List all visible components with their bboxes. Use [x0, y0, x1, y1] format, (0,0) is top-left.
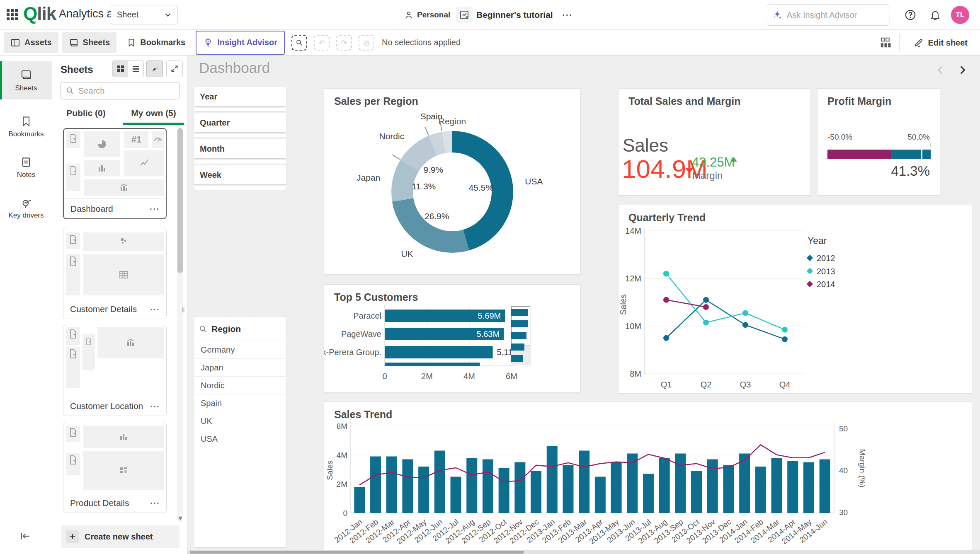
next-sheet-icon[interactable] [955, 63, 969, 77]
sales-trend-chart[interactable]: 02M4M6M304050SalesMargin (%)2012-Jan2012… [324, 402, 972, 551]
notifications-bell-icon[interactable] [929, 8, 942, 22]
margin-line[interactable] [359, 445, 825, 485]
create-new-sheet-button[interactable]: + Create new sheet [61, 525, 180, 548]
insight-advisor-button[interactable]: Insight Advisor [196, 31, 285, 55]
redo-selection-icon[interactable]: ↷ [336, 35, 352, 51]
bar-2014-Feb[interactable] [755, 467, 766, 513]
region-value-usa[interactable]: USA [194, 430, 286, 448]
grid-view-button[interactable] [113, 61, 128, 77]
total-sales-margin-kpi-card[interactable]: Total Sales and Margin Sales 104.9M 43.2… [618, 88, 811, 196]
bar-2012-Jun[interactable] [434, 451, 445, 513]
sheets-button[interactable]: Sheets [62, 32, 117, 53]
scroll-down-icon[interactable]: ▼ [178, 516, 183, 520]
data-point-2013[interactable] [663, 271, 669, 277]
bar-2013-Sep[interactable] [675, 454, 686, 513]
filter-year[interactable]: Year [194, 87, 286, 111]
bar-2012-Oct[interactable] [499, 468, 509, 513]
panel-resize-grip[interactable]: ‖ [182, 307, 185, 316]
top-5-customers-chart[interactable]: 02M4M6MParacel5.69MPageWave5.63MDeak-Per… [324, 285, 580, 392]
bar-2013-Jul[interactable] [643, 474, 654, 513]
bar-2012-Jan[interactable] [354, 487, 365, 513]
sheets-search-input[interactable]: Search [61, 82, 180, 99]
filter-week[interactable]: Week [194, 165, 286, 190]
data-point-2012[interactable] [663, 335, 669, 341]
bar-2014-May[interactable] [803, 462, 814, 513]
bar-partial[interactable] [385, 363, 480, 366]
data-point-2013[interactable] [782, 327, 788, 333]
data-point-2012[interactable] [742, 322, 748, 328]
region-value-nordic[interactable]: Nordic [194, 376, 286, 394]
sheet-selector-dropdown[interactable]: Sheet [111, 5, 178, 24]
filter-month[interactable]: Month [194, 139, 286, 164]
sheet-more-menu[interactable]: ⋯ [150, 497, 160, 509]
expand-panel-button[interactable] [166, 60, 183, 77]
bar-2013-Dec[interactable] [723, 465, 734, 513]
tab-public[interactable]: Public (0) [52, 101, 120, 125]
space-selector[interactable]: Personal [404, 0, 450, 30]
sheet-more-menu[interactable]: ⋯ [149, 203, 159, 215]
bar-2012-Dec[interactable] [531, 471, 541, 513]
horizontal-scrollbar-thumb[interactable] [190, 551, 524, 554]
bar-2013-Oct[interactable] [691, 471, 702, 513]
bar-2014-Apr[interactable] [787, 461, 798, 513]
rail-item-notes[interactable]: Notes [0, 148, 52, 186]
sheet-more-menu[interactable]: ⋯ [150, 303, 160, 315]
avatar[interactable]: TL [951, 6, 969, 24]
region-filter-header[interactable]: Region [194, 317, 286, 341]
profit-margin-gauge[interactable]: -50.0%50.0%41.3% [817, 89, 940, 195]
data-point-2012[interactable] [782, 336, 788, 342]
app-title-group[interactable]: Beginner's tutorial [456, 0, 553, 30]
data-point-2013[interactable] [703, 319, 709, 325]
sheet-card-customer-details[interactable]: Customer Details⋯ [63, 228, 167, 319]
panel-scrollbar-thumb[interactable] [177, 128, 183, 273]
app-launcher-icon[interactable] [7, 9, 18, 21]
bar-2013-Apr[interactable] [595, 477, 606, 513]
help-icon[interactable] [904, 8, 917, 22]
quarterly-trend-chart[interactable]: 8M10M12M14MQ1Q2Q3Q4SalesYear201220132014 [619, 205, 972, 393]
list-view-button[interactable] [128, 61, 143, 77]
region-value-japan[interactable]: Japan [194, 358, 286, 376]
bar-2012-Mar[interactable] [386, 457, 397, 513]
gauge-segment-1[interactable] [891, 150, 931, 159]
sheet-card-dashboard[interactable]: #1Dashboard⋯ [63, 128, 167, 219]
sheet-more-menu[interactable]: ⋯ [150, 400, 160, 412]
rail-item-bookmarks[interactable]: Bookmarks [0, 108, 52, 146]
bar-2014-Mar[interactable] [771, 458, 782, 513]
bar-2012-Sep[interactable] [483, 460, 493, 513]
bar-2013-Jan[interactable] [547, 446, 558, 513]
data-point-2013[interactable] [742, 310, 748, 316]
bar-2013-Feb[interactable] [563, 465, 573, 513]
chart-minimap[interactable] [511, 306, 531, 365]
data-point-2014[interactable] [703, 304, 709, 310]
filter-quarter[interactable]: Quarter [194, 113, 286, 138]
app-more-menu[interactable]: ⋯ [562, 0, 572, 30]
bar-2012-Nov[interactable] [514, 462, 525, 513]
bar-2012-Feb[interactable] [370, 457, 381, 513]
edit-sheet-button[interactable]: Edit sheet [907, 32, 974, 53]
assets-button[interactable]: Assets [4, 32, 58, 53]
line-series-2012[interactable] [666, 300, 785, 339]
previous-sheet-icon[interactable] [934, 63, 948, 77]
bar-2013-Mar[interactable] [579, 451, 589, 513]
undo-selection-icon[interactable]: ↶ [314, 35, 330, 51]
sheet-card-product-details[interactable]: Product Details⋯ [63, 422, 167, 513]
rail-item-sheets[interactable]: Sheets [0, 61, 52, 99]
sales-per-region-chart[interactable]: RegionUSA45.5%UK26.9%Japan11.3%Nordic9.9… [324, 89, 580, 274]
sheet-layout-icon[interactable] [879, 36, 892, 49]
bar-2012-Apr[interactable] [402, 460, 413, 513]
insight-advisor-search[interactable]: Ask Insight Advisor [766, 4, 890, 26]
region-value-spain[interactable]: Spain [194, 394, 286, 412]
line-series-2014[interactable] [666, 300, 706, 307]
bar-2012-May[interactable] [418, 467, 429, 513]
smart-search-icon[interactable] [291, 35, 307, 51]
bookmarks-button[interactable]: Bookmarks [120, 32, 192, 53]
rail-item-key-drivers[interactable]: Key drivers [0, 189, 52, 227]
clear-selections-icon[interactable]: ⊘ [359, 35, 374, 51]
data-point-2014[interactable] [663, 297, 669, 303]
data-point-2012[interactable] [703, 297, 709, 303]
bar-2013-May[interactable] [611, 462, 622, 513]
bar-deak-perera-group-[interactable] [385, 346, 493, 358]
bar-2014-Jun[interactable] [820, 460, 830, 513]
pin-panel-button[interactable] [146, 60, 163, 77]
bar-2012-Aug[interactable] [466, 458, 477, 513]
